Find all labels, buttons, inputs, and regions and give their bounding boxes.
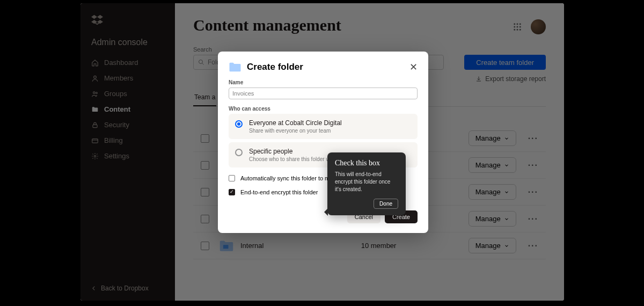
folder-name-input[interactable]	[229, 88, 418, 99]
auto-sync-label: Automatically sync this folder to m	[240, 175, 330, 181]
modal-title: Create folder	[247, 62, 404, 72]
name-field-label: Name	[229, 79, 418, 85]
access-option-everyone[interactable]: Everyone at Cobalt Circle Digital Share …	[229, 114, 418, 139]
tooltip-body: This will end-to-end encrypt this folder…	[335, 171, 398, 193]
app-window: Admin console Dashboard Members Groups C…	[80, 3, 564, 301]
tooltip-title: Check this box	[335, 159, 398, 167]
checkbox-icon	[229, 189, 235, 195]
option-title: Everyone at Cobalt Circle Digital	[249, 119, 342, 127]
who-can-access-label: Who can access	[229, 106, 418, 112]
option-title: Specific people	[249, 148, 335, 155]
e2e-encrypt-label: End-to-end encrypt this folder	[240, 189, 318, 195]
option-subtitle: Share with everyone on your team	[249, 128, 342, 134]
option-subtitle: Choose who to share this folder with	[249, 156, 335, 162]
checkbox-icon	[229, 175, 235, 181]
tooltip-done-button[interactable]: Done	[374, 199, 398, 209]
radio-icon	[235, 149, 243, 156]
onboarding-tooltip: Check this box This will end-to-end encr…	[327, 152, 406, 215]
radio-icon	[235, 120, 243, 128]
folder-icon	[229, 62, 241, 72]
close-icon[interactable]: ✕	[409, 61, 418, 73]
